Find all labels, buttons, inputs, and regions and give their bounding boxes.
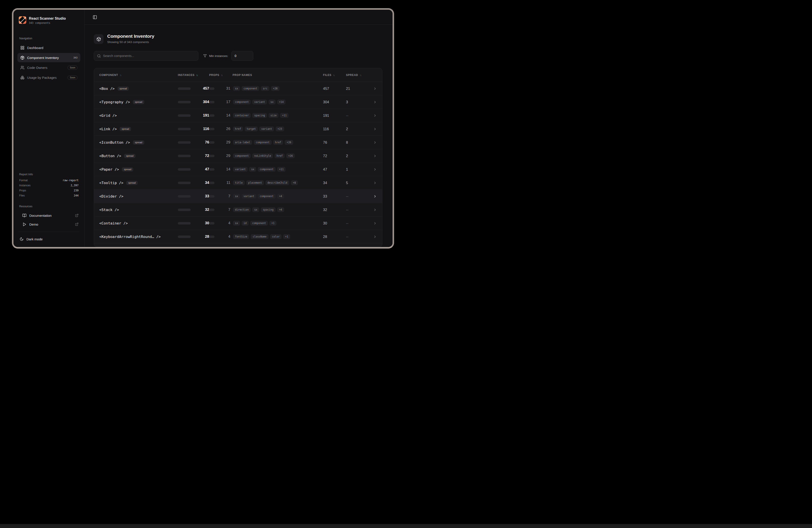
instances-bar — [178, 222, 191, 225]
filter-funnel-icon — [203, 54, 207, 58]
search-icon — [97, 54, 101, 58]
dark-mode-label: Dark mode — [27, 237, 43, 241]
prop-name-chip: aria-label — [233, 140, 252, 145]
row-expand[interactable] — [371, 127, 377, 131]
props-bar — [209, 128, 215, 130]
row-expand[interactable] — [371, 181, 377, 185]
component-name: <Container /> — [99, 221, 128, 225]
prop-name-chip: href — [273, 140, 283, 145]
table-row[interactable]: <Link /> spread 116 26 hreftargetvariant… — [94, 122, 382, 136]
prop-names: aria-labelcomponenthref+26 — [233, 140, 323, 145]
table-row[interactable]: <KeyboardArrowRightRound… /> 28 4 fontSi… — [94, 230, 382, 243]
row-expand[interactable] — [371, 168, 377, 171]
row-expand[interactable] — [371, 208, 377, 212]
table-row[interactable]: <Box /> spread 457 31 sxcomponentsrc+28 … — [94, 82, 382, 95]
prop-names: hreftargetvariant+23 — [233, 127, 323, 131]
documentation-link[interactable]: Documentation — [17, 211, 80, 220]
row-expand[interactable] — [371, 222, 377, 225]
prop-name-chip: src — [261, 86, 270, 91]
instances-bar — [178, 236, 191, 238]
component-name: <Box /> — [99, 87, 115, 91]
props-bar — [209, 101, 215, 103]
report-info-value: raw-report — [63, 179, 78, 182]
table-row[interactable]: <Button /> spread 72 29 componentnoLinkS… — [94, 149, 382, 163]
prop-name-chip: title — [233, 180, 245, 185]
instances-value: 116 — [193, 127, 209, 131]
sidebar-item-label: Usage by Packages — [27, 76, 65, 80]
prop-name-chip: component — [233, 100, 251, 104]
spread-badge: spread — [133, 100, 144, 104]
table-row[interactable]: <Grid /> 191 14 containerspacingsize+11 … — [94, 109, 382, 122]
app-logo-icon — [19, 16, 26, 24]
props-value: 31 — [217, 86, 233, 91]
table-row[interactable]: <IconButton /> spread 76 29 aria-labelco… — [94, 136, 382, 149]
row-expand[interactable] — [371, 154, 377, 158]
chevron-right-icon — [373, 181, 377, 185]
table-row[interactable]: <Divider /> 33 7 sxvariantcomponent+4 33… — [94, 190, 382, 203]
table-row[interactable]: <Stack /> 32 7 directionsxspacing+4 32 -… — [94, 203, 382, 216]
props-value: 4 — [217, 221, 233, 225]
app-window: React Scanner Studio 343 components Navi… — [12, 8, 394, 248]
column-header-component[interactable]: COMPONENT ↑↓ — [99, 73, 178, 76]
prop-name-chip: className — [251, 234, 268, 239]
row-expand[interactable] — [371, 141, 377, 144]
row-expand[interactable] — [371, 87, 377, 90]
spread-badge: spread — [133, 140, 144, 145]
content: Component Inventory Showing 50 of 343 co… — [85, 25, 393, 247]
search-input[interactable] — [103, 54, 195, 58]
prop-names: sxvariantcomponent+4 — [233, 194, 323, 199]
table-row[interactable]: <Container /> 30 4 sxidcomponent+1 30 -- — [94, 216, 382, 230]
dark-mode-toggle[interactable]: Dark mode — [17, 234, 80, 243]
sidebar-item-code-owners[interactable]: Code Owners Soon — [17, 63, 80, 72]
box-icon — [97, 37, 101, 42]
book-open-icon — [22, 213, 27, 218]
files-value: 116 — [323, 127, 346, 131]
page-header: Component Inventory Showing 50 of 343 co… — [94, 33, 382, 44]
prop-name-chip: +4 — [277, 207, 284, 212]
row-expand[interactable] — [371, 235, 377, 239]
soon-badge: Soon — [68, 66, 77, 70]
resource-link-label: Demo — [29, 223, 72, 226]
files-value: 72 — [323, 154, 346, 158]
min-instances-input[interactable] — [231, 51, 253, 61]
sort-icon: ↑↓ — [333, 74, 335, 76]
props-value: 7 — [217, 208, 233, 212]
props-value: 26 — [217, 127, 233, 131]
chevron-right-icon — [373, 195, 377, 198]
row-expand[interactable] — [371, 195, 377, 198]
app-subtitle: 343 components — [29, 22, 66, 25]
table-row[interactable]: <Paper /> spread 47 14 variantsxcomponen… — [94, 163, 382, 176]
row-expand[interactable] — [371, 114, 377, 117]
column-header-props[interactable]: PROPS ↑↓ — [209, 73, 233, 76]
sidebar: React Scanner Studio 343 components Navi… — [13, 10, 85, 247]
sidebar-item-dashboard[interactable]: Dashboard — [17, 43, 80, 52]
spread-badge: spread — [122, 167, 133, 172]
row-expand[interactable] — [371, 100, 377, 104]
demo-link[interactable]: Demo — [17, 220, 80, 229]
prop-name-chip: +23 — [276, 127, 284, 131]
topbar — [85, 10, 393, 25]
column-header-files[interactable]: FILES ↑↓ — [323, 73, 346, 76]
prop-name-chip: color — [270, 234, 282, 239]
sidebar-item-usage-by-packages[interactable]: Usage by Packages Soon — [17, 73, 80, 82]
prop-name-chip: target — [245, 127, 258, 131]
prop-name-chip: container — [233, 113, 251, 118]
table-row[interactable]: <Tooltip /> spread 34 11 titleplacementd… — [94, 176, 382, 190]
files-value: 28 — [323, 234, 346, 239]
prop-name-chip: +4 — [277, 194, 284, 199]
props-bar — [209, 155, 215, 157]
resources-title: Resources — [19, 205, 78, 208]
table-row[interactable]: <Typography /> spread 304 17 componentva… — [94, 95, 382, 109]
prop-name-chip: component — [258, 167, 275, 172]
resource-link-label: Documentation — [29, 214, 72, 217]
prop-names: directionsxspacing+4 — [233, 207, 323, 212]
sidebar-toggle-button[interactable] — [91, 13, 99, 21]
column-header-instances[interactable]: INSTANCES ↑↓ — [178, 73, 209, 76]
prop-name-chip: variant — [259, 127, 274, 131]
instances-bar — [178, 101, 191, 103]
prop-name-chip: +26 — [286, 153, 295, 158]
component-table-card: COMPONENT ↑↓ INSTANCES ↑↓ PROPS ↑↓ PROP … — [94, 68, 382, 247]
sidebar-item-component-inventory[interactable]: Component Inventory 343 — [17, 53, 80, 62]
column-header-spread[interactable]: SPREAD ↑↓ — [346, 73, 371, 76]
prop-name-chip: variant — [252, 100, 267, 104]
